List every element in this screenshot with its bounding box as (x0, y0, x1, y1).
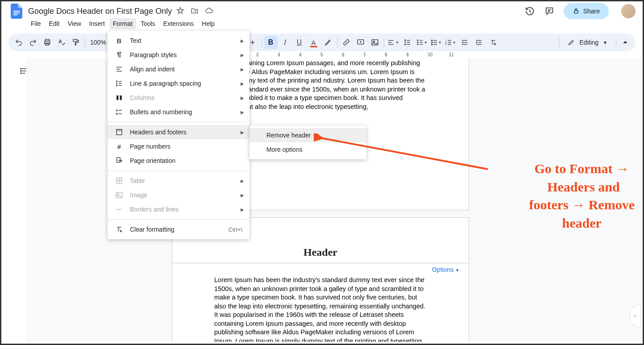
table-icon (115, 176, 124, 185)
spacing-icon (115, 79, 124, 88)
format-item-table: Table▶ (108, 174, 249, 188)
format-item-bullets-and-numbering[interactable]: Bullets and numbering▶ (108, 105, 249, 119)
border-icon (115, 205, 124, 214)
submenu-arrow-icon: ▶ (241, 110, 244, 115)
svg-point-18 (21, 71, 21, 71)
insert-comment-button[interactable] (354, 36, 367, 49)
avatar[interactable] (621, 4, 636, 18)
submenu-arrow-icon: ▶ (241, 96, 244, 100)
submenu-arrow-icon: ▶ (241, 179, 244, 183)
header-text[interactable]: Header (214, 246, 427, 258)
submenu-item-more-options[interactable]: More options (249, 142, 366, 157)
bullets-icon (115, 108, 124, 116)
checklist-button[interactable]: ▼ (415, 36, 428, 49)
numbered-list-button[interactable]: 123▼ (444, 36, 457, 49)
docs-logo[interactable] (8, 3, 25, 19)
svg-point-19 (21, 73, 21, 74)
spellcheck-button[interactable] (55, 36, 68, 49)
submenu-arrow-icon: ▶ (241, 130, 244, 135)
headers-footers-submenu: Remove headerMore options (249, 125, 366, 159)
format-item-borders-and-lines: Borders and lines▶ (108, 202, 249, 216)
bulleted-list-button[interactable]: ▼ (429, 36, 443, 49)
print-button[interactable] (41, 36, 54, 49)
svg-rect-3 (574, 11, 578, 13)
format-item-paragraph-styles[interactable]: Paragraph styles▶ (108, 48, 249, 62)
svg-rect-26 (116, 192, 122, 198)
insert-link-button[interactable] (340, 36, 353, 49)
svg-point-12 (431, 42, 432, 43)
share-button[interactable]: Share (564, 3, 609, 19)
page2-body-text[interactable]: Lorem Ipsum has been the industry's stan… (172, 276, 469, 342)
submenu-arrow-icon: ▶ (241, 207, 244, 212)
increase-indent-button[interactable] (472, 36, 486, 49)
svg-point-13 (431, 44, 432, 45)
clear-formatting-button[interactable] (486, 36, 500, 49)
pagenum-icon: # (115, 142, 124, 151)
share-label: Share (583, 8, 600, 15)
editing-mode-button[interactable]: Editing ▼ (561, 39, 614, 46)
menu-tools[interactable]: Tools (137, 18, 159, 29)
format-item-page-orientation[interactable]: Page orientation (108, 154, 249, 168)
format-item-image: Image▶ (108, 188, 249, 202)
menu-format[interactable]: Format (109, 18, 136, 29)
menu-help[interactable]: Help (198, 18, 218, 29)
move-icon[interactable] (191, 7, 199, 16)
format-menu-dropdown: BText▶Paragraph styles▶Align and indent▶… (108, 31, 249, 239)
italic-button[interactable]: I (278, 36, 292, 49)
redo-button[interactable] (26, 36, 40, 49)
bold-icon: B (115, 36, 124, 45)
titlebar: Google Docs Header on First Page Only Sh… (1, 1, 643, 17)
history-icon[interactable] (524, 6, 535, 17)
cloud-icon[interactable] (205, 7, 214, 16)
bold-button[interactable]: B (264, 36, 278, 49)
svg-point-11 (431, 40, 432, 41)
menu-extensions[interactable]: Extensions (160, 18, 197, 29)
format-item-headers-and-footers[interactable]: Headers and footers▶ (108, 125, 249, 139)
format-item-clear-formatting[interactable]: Clear formattingCtrl+\ (108, 222, 249, 237)
header-icon (115, 128, 124, 137)
collapse-toolbar-button[interactable] (619, 36, 632, 49)
submenu-arrow-icon: ▶ (241, 193, 244, 198)
paragraph-icon (115, 50, 124, 59)
align-icon (115, 65, 124, 74)
align-button[interactable]: ▼ (386, 36, 400, 49)
svg-point-17 (21, 68, 21, 69)
text-color-button[interactable]: A (307, 36, 320, 49)
orientation-icon (115, 156, 124, 165)
submenu-arrow-icon: ▶ (241, 81, 244, 86)
columns-icon (115, 93, 124, 102)
menu-edit[interactable]: Edit (46, 18, 63, 29)
decrease-indent-button[interactable] (458, 36, 471, 49)
image-icon (115, 191, 124, 200)
header-options-button[interactable]: Options ▼ (172, 263, 469, 276)
menu-insert[interactable]: Insert (86, 18, 108, 29)
underline-button[interactable]: U (293, 36, 306, 49)
menu-file[interactable]: File (27, 18, 45, 29)
svg-rect-23 (116, 129, 122, 131)
line-spacing-button[interactable] (401, 36, 414, 49)
format-item-columns: Columns▶ (108, 91, 249, 105)
clear-icon (115, 225, 124, 234)
comments-icon[interactable] (544, 6, 555, 17)
svg-rect-24 (117, 158, 120, 162)
format-item-page-numbers[interactable]: #Page numbers (108, 139, 249, 154)
menu-bar: File Edit View Insert Format Tools Exten… (1, 17, 643, 30)
vertical-ruler[interactable] (3, 60, 10, 342)
toolbar: 100% ▼ B I U A ▼ ▼ ▼ 123▼ Editing ▼ (8, 33, 636, 51)
star-icon[interactable] (176, 7, 184, 16)
format-item-line-paragraph-spacing[interactable]: Line & paragraph spacing▶ (108, 76, 249, 91)
menu-view[interactable]: View (64, 18, 85, 29)
highlight-button[interactable] (321, 36, 335, 49)
undo-button[interactable] (12, 36, 25, 49)
svg-rect-0 (13, 11, 20, 12)
submenu-item-remove-header[interactable]: Remove header (249, 128, 366, 142)
document-title[interactable]: Google Docs Header on First Page Only (28, 7, 172, 16)
svg-text:3: 3 (445, 43, 446, 46)
paint-format-button[interactable] (69, 36, 83, 49)
insert-image-button[interactable] (368, 36, 382, 49)
svg-point-20 (116, 110, 117, 111)
format-item-text[interactable]: BText▶ (108, 33, 249, 48)
svg-rect-9 (372, 40, 378, 45)
submenu-arrow-icon: ▶ (241, 38, 244, 43)
format-item-align-and-indent[interactable]: Align and indent▶ (108, 62, 249, 76)
